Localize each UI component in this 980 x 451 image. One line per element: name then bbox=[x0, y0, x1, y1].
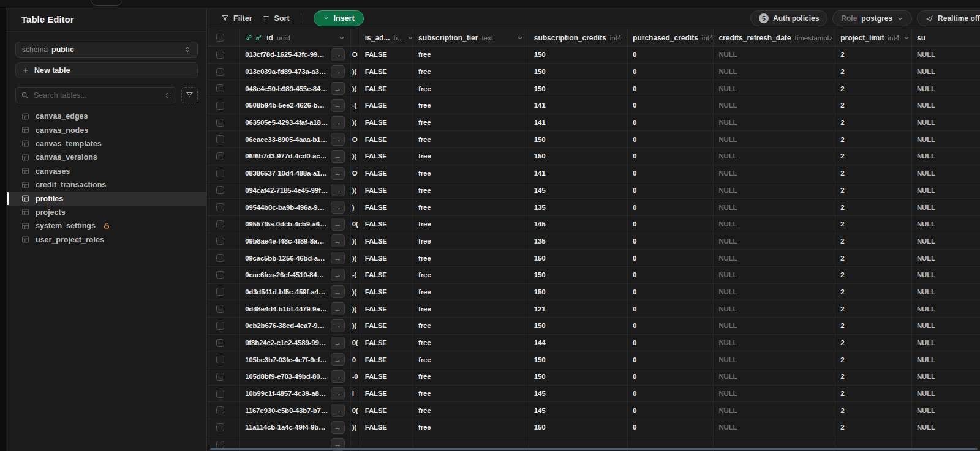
row-checkbox[interactable] bbox=[216, 441, 224, 449]
column-menu-chevron-icon[interactable] bbox=[516, 34, 524, 42]
column-header[interactable]: subscription_credits int4 bbox=[529, 29, 628, 46]
filter-tables-button[interactable] bbox=[181, 87, 198, 103]
cell-truncated-last[interactable]: NULL bbox=[912, 284, 980, 300]
cell-purchased-credits[interactable]: 0 bbox=[628, 131, 714, 147]
cell-is-admin[interactable]: FALSE bbox=[360, 402, 413, 419]
cell-clipped-column[interactable]: )( bbox=[351, 250, 360, 266]
cell-subscription-tier[interactable]: free bbox=[413, 165, 529, 182]
cell-truncated-last[interactable]: NULL bbox=[912, 148, 980, 165]
column-header[interactable]: project_limit int4 bbox=[835, 29, 912, 46]
cell-credits-refresh-date[interactable]: NULL bbox=[714, 419, 835, 436]
cell-is-admin[interactable]: FALSE bbox=[360, 335, 413, 351]
cell-subscription-tier[interactable]: free bbox=[413, 351, 529, 368]
cell-is-admin[interactable]: FALSE bbox=[360, 284, 413, 300]
cell-is-admin[interactable]: FALSE bbox=[360, 233, 413, 250]
column-menu-chevron-icon[interactable] bbox=[338, 34, 345, 42]
search-tables-input[interactable] bbox=[32, 91, 160, 100]
row-checkbox[interactable] bbox=[216, 271, 224, 279]
expand-row-button[interactable]: → bbox=[331, 82, 345, 95]
cell-clipped-column[interactable]: )( bbox=[351, 182, 360, 199]
cell-project-limit[interactable]: 2 bbox=[835, 386, 912, 402]
cell-truncated-last[interactable]: NULL bbox=[912, 250, 980, 266]
cell-credits-refresh-date[interactable]: NULL bbox=[714, 318, 835, 334]
cell-truncated-last[interactable]: NULL bbox=[912, 97, 980, 114]
cell-purchased-credits[interactable]: 0 bbox=[628, 182, 714, 199]
expand-row-button[interactable]: → bbox=[331, 421, 345, 434]
expand-row-button[interactable]: → bbox=[331, 116, 345, 129]
cell-credits-refresh-date[interactable]: NULL bbox=[714, 216, 835, 233]
filter-button[interactable]: Filter bbox=[216, 10, 257, 26]
cell-clipped-column[interactable]: )( bbox=[351, 284, 360, 300]
table-list-item[interactable]: canvases bbox=[7, 165, 207, 178]
expand-row-button[interactable]: → bbox=[331, 218, 345, 231]
cell-subscription-credits[interactable]: 150 bbox=[529, 148, 628, 165]
table-list-item[interactable]: profiles bbox=[7, 192, 207, 205]
realtime-toggle-button[interactable]: Realtime off bbox=[917, 10, 980, 26]
cell-project-limit[interactable]: 2 bbox=[835, 148, 912, 165]
expand-row-button[interactable]: → bbox=[331, 150, 345, 163]
cell-subscription-tier[interactable]: free bbox=[413, 148, 529, 165]
cell-credits-refresh-date[interactable]: NULL bbox=[714, 250, 835, 266]
table-list-item[interactable]: canvas_versions bbox=[7, 151, 207, 164]
cell-subscription-credits[interactable]: 141 bbox=[529, 114, 628, 131]
cell-project-limit[interactable]: 2 bbox=[835, 351, 912, 368]
row-checkbox[interactable] bbox=[216, 373, 224, 381]
cell-credits-refresh-date[interactable]: NULL bbox=[714, 131, 835, 147]
column-header[interactable]: credits_refresh_date timestamptz bbox=[714, 29, 835, 46]
cell-is-admin[interactable]: FALSE bbox=[360, 148, 413, 165]
cell-subscription-credits[interactable]: 150 bbox=[529, 368, 628, 385]
cell-clipped-column[interactable]: 0( bbox=[351, 335, 360, 351]
cell-clipped-column[interactable]: ) bbox=[351, 199, 360, 215]
cell-credits-refresh-date[interactable]: NULL bbox=[714, 165, 835, 182]
insert-button[interactable]: Insert bbox=[314, 10, 364, 26]
cell-is-admin[interactable]: FALSE bbox=[360, 216, 413, 233]
cell-subscription-tier[interactable]: free bbox=[413, 368, 529, 385]
cell-is-admin[interactable]: FALSE bbox=[360, 267, 413, 283]
cell-project-limit[interactable]: 2 bbox=[835, 64, 912, 80]
cell-project-limit[interactable]: 2 bbox=[835, 165, 912, 182]
cell-clipped-column[interactable]: 0( bbox=[351, 216, 360, 233]
cell-credits-refresh-date[interactable]: NULL bbox=[714, 47, 835, 63]
cell-subscription-credits[interactable]: 135 bbox=[529, 233, 628, 250]
cell-purchased-credits[interactable]: 0 bbox=[628, 300, 714, 317]
row-checkbox[interactable] bbox=[216, 237, 224, 245]
cell-subscription-tier[interactable]: free bbox=[413, 335, 529, 351]
cell-clipped-column[interactable]: -( bbox=[351, 97, 360, 114]
row-checkbox[interactable] bbox=[216, 135, 224, 143]
new-table-button[interactable]: New table bbox=[15, 62, 198, 78]
select-all-checkbox[interactable] bbox=[216, 34, 224, 42]
expand-row-button[interactable]: → bbox=[331, 387, 345, 400]
cell-truncated-last[interactable]: NULL bbox=[912, 199, 980, 215]
cell-subscription-credits[interactable]: 145 bbox=[529, 182, 628, 199]
table-list-item[interactable]: credit_transactions bbox=[7, 178, 207, 192]
cell-truncated-last[interactable]: NULL bbox=[912, 165, 980, 182]
cell-subscription-credits[interactable]: 145 bbox=[529, 386, 628, 402]
cell-purchased-credits[interactable]: 0 bbox=[628, 97, 714, 114]
cell-id[interactable]: 09b8ae4e-f48c-4f89-8a8c-1629b… → bbox=[240, 233, 351, 250]
cell-id[interactable]: 06eaee33-8905-4aaa-b121-ab552… → bbox=[240, 131, 351, 147]
cell-credits-refresh-date[interactable]: NULL bbox=[714, 402, 835, 419]
cell-is-admin[interactable]: FALSE bbox=[360, 97, 413, 114]
cell-subscription-credits[interactable]: 150 bbox=[529, 419, 628, 436]
cell-project-limit[interactable]: 2 bbox=[835, 300, 912, 317]
cell-purchased-credits[interactable]: 0 bbox=[628, 64, 714, 80]
cell-id[interactable]: 0d48e4d4-b1bf-4479-9a8b-4a4b… → bbox=[240, 300, 351, 317]
column-header[interactable]: is_ad... b... bbox=[360, 29, 413, 46]
cell-credits-refresh-date[interactable]: NULL bbox=[714, 267, 835, 283]
cell-purchased-credits[interactable]: 0 bbox=[628, 114, 714, 131]
cell-project-limit[interactable]: 2 bbox=[835, 250, 912, 266]
cell-subscription-credits[interactable]: 150 bbox=[529, 284, 628, 300]
expand-row-button[interactable]: → bbox=[331, 353, 345, 366]
cell-project-limit[interactable]: 2 bbox=[835, 182, 912, 199]
cell-subscription-credits[interactable]: 150 bbox=[529, 80, 628, 97]
row-checkbox[interactable] bbox=[216, 220, 224, 228]
cell-subscription-tier[interactable]: free bbox=[413, 182, 529, 199]
cell-is-admin[interactable]: FALSE bbox=[360, 182, 413, 199]
cell-clipped-column[interactable]: )( bbox=[351, 318, 360, 334]
cell-clipped-column[interactable]: )( bbox=[351, 80, 360, 97]
cell-project-limit[interactable]: 2 bbox=[835, 233, 912, 250]
cell-clipped-column[interactable]: O bbox=[351, 47, 360, 63]
cell-purchased-credits[interactable]: 0 bbox=[628, 267, 714, 283]
cell-subscription-tier[interactable]: free bbox=[413, 216, 529, 233]
column-header[interactable] bbox=[351, 29, 360, 46]
